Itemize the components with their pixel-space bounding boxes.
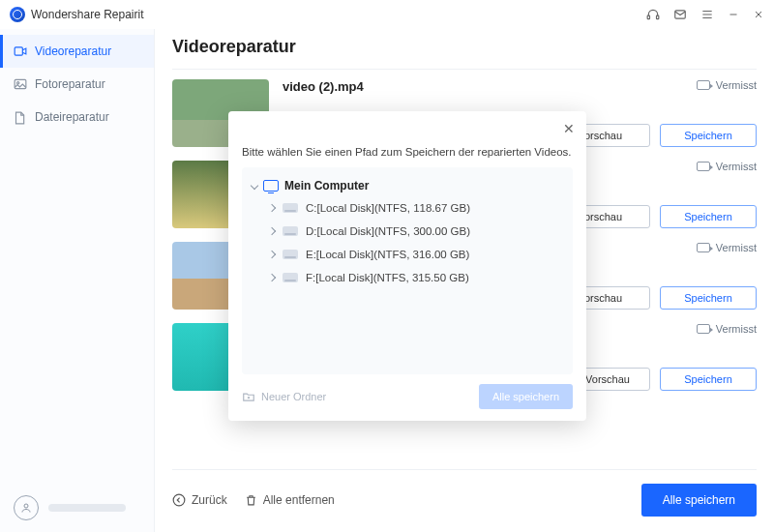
svg-rect-4: [15, 79, 26, 88]
remove-all-button[interactable]: Alle entfernen: [245, 493, 335, 507]
user-placeholder: [48, 504, 126, 512]
dialog-instruction: Bitte wählen Sie einen Pfad zum Speicher…: [242, 146, 573, 158]
sidebar-item-file-repair[interactable]: Dateireparatur: [0, 101, 154, 133]
sidebar-item-label: Fotoreparatur: [35, 77, 105, 91]
camera-icon: [697, 243, 710, 252]
tree-item-drive[interactable]: D:[Local Disk](NTFS, 300.00 GB): [246, 220, 569, 243]
computer-icon: [263, 180, 279, 192]
trash-icon: [245, 493, 257, 507]
back-arrow-icon: [172, 493, 186, 507]
svg-rect-0: [647, 15, 649, 19]
chevron-right-icon: [268, 274, 276, 281]
svg-point-6: [24, 504, 28, 508]
close-window-icon[interactable]: [753, 9, 764, 20]
camera-icon: [697, 80, 710, 90]
avatar-icon[interactable]: [14, 495, 39, 520]
save-button[interactable]: Speichern: [660, 368, 757, 391]
sidebar-item-label: Dateireparatur: [35, 110, 109, 124]
folder-plus-icon: [242, 391, 255, 402]
svg-point-5: [17, 82, 19, 84]
camera-icon: [697, 324, 710, 334]
tree-item-drive[interactable]: C:[Local Disk](NTFS, 118.67 GB): [246, 196, 569, 220]
svg-point-7: [173, 494, 185, 506]
app-logo: [10, 7, 25, 22]
save-location-dialog: ✕ Bitte wählen Sie einen Pfad zum Speich…: [228, 111, 586, 421]
mail-icon[interactable]: [673, 8, 687, 21]
document-icon: [14, 111, 27, 123]
close-icon[interactable]: ✕: [563, 121, 575, 136]
image-icon: [14, 78, 27, 90]
svg-rect-1: [657, 15, 659, 19]
disk-icon: [283, 250, 298, 259]
missing-label: Vermisst: [716, 161, 757, 172]
disk-icon: [283, 273, 298, 282]
missing-label: Vermisst: [716, 79, 757, 91]
save-all-dialog-button[interactable]: Alle speichern: [479, 384, 573, 409]
chevron-right-icon: [268, 227, 276, 235]
sidebar-item-photo-repair[interactable]: Fotoreparatur: [0, 68, 154, 101]
chevron-down-icon: [251, 182, 258, 190]
page-title: Videoreparatur: [172, 29, 757, 70]
missing-label: Vermisst: [716, 323, 757, 335]
new-folder-button[interactable]: Neuer Ordner: [242, 391, 326, 402]
chevron-right-icon: [268, 204, 276, 212]
sidebar-item-label: Videoreparatur: [35, 44, 111, 58]
minimize-icon[interactable]: [728, 9, 739, 20]
tree-root[interactable]: Mein Computer: [246, 175, 569, 196]
video-icon: [14, 45, 27, 57]
headset-icon[interactable]: [646, 8, 660, 21]
missing-label: Vermisst: [716, 242, 757, 253]
hamburger-icon[interactable]: [700, 8, 714, 21]
sidebar-item-video-repair[interactable]: Videoreparatur: [0, 35, 154, 68]
disk-icon: [283, 226, 298, 236]
camera-icon: [697, 162, 710, 171]
save-button[interactable]: Speichern: [660, 124, 757, 147]
file-name: video (2).mp4: [283, 79, 530, 94]
chevron-right-icon: [268, 251, 276, 258]
back-button[interactable]: Zurück: [172, 493, 227, 507]
save-button[interactable]: Speichern: [660, 205, 757, 228]
app-title: Wondershare Repairit: [31, 8, 144, 21]
tree-item-drive[interactable]: F:[Local Disk](NTFS, 315.50 GB): [246, 266, 569, 289]
disk-icon: [283, 203, 298, 213]
svg-rect-3: [15, 47, 22, 55]
tree-item-drive[interactable]: E:[Local Disk](NTFS, 316.00 GB): [246, 243, 569, 266]
save-button[interactable]: Speichern: [660, 286, 757, 310]
save-all-button[interactable]: Alle speichern: [641, 484, 757, 517]
